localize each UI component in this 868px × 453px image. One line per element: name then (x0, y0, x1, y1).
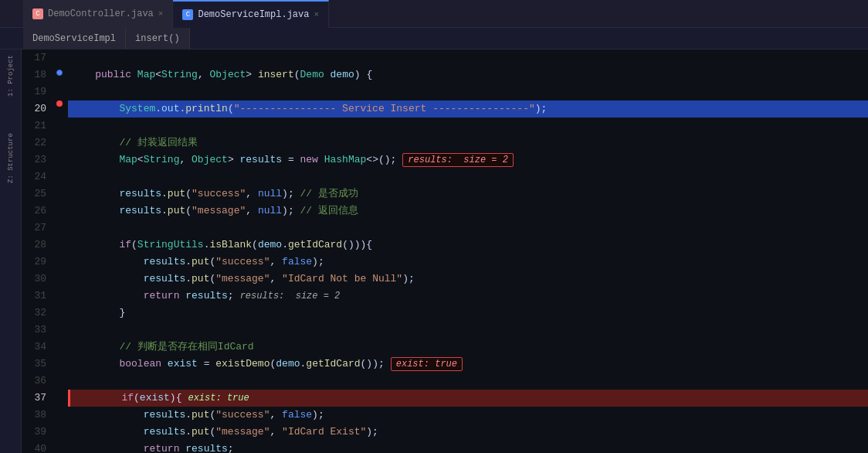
ln-17: 17 (22, 49, 53, 66)
tab-democontroller[interactable]: C DemoController.java × (23, 0, 173, 28)
ln-29: 29 (22, 254, 53, 271)
code-line-22: // 封装返回结果 (68, 135, 868, 152)
gutter-27 (53, 205, 65, 220)
code-line-31: return results; results: size = 2 (68, 288, 868, 305)
gutter-29 (53, 236, 65, 251)
ln-19: 19 (22, 83, 53, 100)
gutter-41 (53, 422, 65, 438)
code-line-40: return results; (68, 441, 868, 453)
code-line-34: // 判断是否存在相同IdCard (68, 339, 868, 356)
close-tab-service[interactable]: × (314, 10, 319, 19)
gutter-20 (53, 96, 65, 111)
ln-20: 20 (22, 100, 53, 118)
code-line-20: System.out.println("---------------- Ser… (68, 100, 868, 118)
code-line-19 (68, 83, 868, 100)
ln-38: 38 (22, 407, 53, 424)
tab-label-controller: DemoController.java (48, 9, 154, 19)
breadcrumb-method[interactable]: insert() (126, 28, 190, 49)
ln-37: 37 (22, 390, 53, 407)
inline-value-results: results: size = 2 (402, 153, 514, 167)
gutter-25 (53, 174, 65, 189)
breadcrumb-bar: DemoServiceImpl insert() (0, 28, 868, 49)
code-line-23: Map<String, Object> results = new HashMa… (68, 152, 868, 169)
gutter-37 (53, 360, 65, 376)
gutter-36 (53, 344, 65, 359)
inline-value-exist: exist: true (391, 357, 463, 371)
gutter-19 (53, 80, 65, 96)
ln-33: 33 (22, 322, 53, 339)
breadcrumb-class[interactable]: DemoServiceImpl (23, 28, 126, 49)
left-sidebar: 1: Project Z: Structure (0, 49, 22, 453)
code-line-37: if(exist){ exist: true (68, 390, 868, 407)
tab-icon-controller: C (32, 9, 43, 19)
code-line-27 (68, 220, 868, 237)
ln-34: 34 (22, 339, 53, 356)
ln-23: 23 (22, 152, 53, 169)
tab-demoserviceimpl[interactable]: C DemoServiceImpl.java × (173, 0, 329, 28)
code-line-25: results.put("success", null); // 是否成功 (68, 186, 868, 203)
gutter-21 (53, 111, 65, 127)
tab-bar: C DemoController.java × C DemoServiceImp… (0, 0, 868, 28)
code-line-26: results.put("message", null); // 返回信息 (68, 203, 868, 220)
code-line-29: results.put("success", false); (68, 254, 868, 271)
gutter-40 (53, 407, 65, 422)
gutter-35 (53, 329, 65, 344)
ln-28: 28 (22, 237, 53, 254)
breadcrumb-method-label: insert() (135, 33, 180, 44)
code-line-35: boolean exist = existDemo(demo.getIdCard… (68, 356, 868, 373)
gutter-38 (53, 376, 65, 391)
code-line-17 (68, 49, 868, 66)
ln-30: 30 (22, 271, 53, 288)
tab-label-service: DemoServiceImpl.java (198, 9, 309, 20)
sidebar-icon-structure[interactable]: Z: Structure (2, 131, 19, 186)
gutter (53, 49, 68, 453)
ln-36: 36 (22, 373, 53, 390)
code-line-36 (68, 373, 868, 390)
gutter-33 (53, 298, 65, 313)
gutter-18 (53, 65, 65, 80)
ln-25: 25 (22, 186, 53, 203)
ln-31: 31 (22, 288, 53, 305)
gutter-31 (53, 267, 65, 282)
code-line-18: public Map<String, Object> insert(Demo d… (68, 66, 868, 83)
code-line-39: results.put("message", "IdCard Exist"); (68, 424, 868, 441)
gutter-24 (53, 158, 65, 174)
code-line-21 (68, 118, 868, 135)
close-tab-controller[interactable]: × (158, 9, 164, 19)
ln-18: 18 (22, 66, 53, 83)
ln-27: 27 (22, 220, 53, 237)
ide-window: C DemoController.java × C DemoServiceImp… (0, 0, 868, 453)
gutter-22 (53, 127, 65, 142)
ln-24: 24 (22, 169, 53, 186)
code-line-24 (68, 169, 868, 186)
sidebar-icon-project[interactable]: 1: Project (2, 53, 19, 99)
ln-32: 32 (22, 305, 53, 322)
code-line-33 (68, 322, 868, 339)
ln-22: 22 (22, 135, 53, 152)
ln-26: 26 (22, 203, 53, 220)
code-line-38: results.put("success", false); (68, 407, 868, 424)
tab-icon-service: C (182, 9, 193, 20)
code-area: 17 18 19 20 21 22 23 24 25 26 27 28 29 3… (22, 49, 868, 453)
gutter-39 (53, 391, 65, 407)
ln-39: 39 (22, 424, 53, 441)
code-line-32: } (68, 305, 868, 322)
code-line-30: results.put("message", "IdCard Not be Nu… (68, 271, 868, 288)
gutter-26 (53, 189, 65, 205)
line-numbers: 17 18 19 20 21 22 23 24 25 26 27 28 29 3… (22, 49, 53, 453)
gutter-30 (53, 251, 65, 267)
code-line-28: if(StringUtils.isBlank(demo.getIdCard())… (68, 237, 868, 254)
main-area: 1: Project Z: Structure 17 18 19 20 21 2… (0, 49, 868, 453)
gutter-17 (53, 49, 65, 65)
gutter-42 (53, 438, 65, 453)
gutter-28 (53, 220, 65, 236)
breadcrumb-class-label: DemoServiceImpl (32, 33, 116, 44)
gutter-32 (53, 282, 65, 298)
ln-35: 35 (22, 356, 53, 373)
ln-21: 21 (22, 118, 53, 135)
gutter-23 (53, 142, 65, 158)
gutter-34 (53, 313, 65, 329)
code-lines: public Map<String, Object> insert(Demo d… (68, 49, 868, 453)
ln-40: 40 (22, 441, 53, 453)
